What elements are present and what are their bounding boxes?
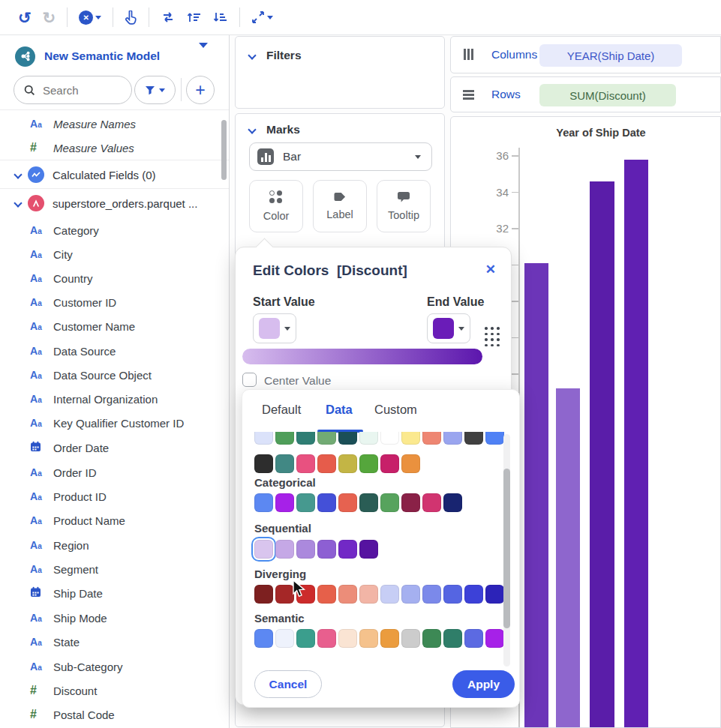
field-row[interactable]: AaKey Qualifier Customer ID xyxy=(0,412,221,434)
color-swatch[interactable] xyxy=(338,454,357,473)
color-swatch[interactable] xyxy=(254,454,273,473)
field-measure-names[interactable]: Aa Measure Names xyxy=(0,112,221,135)
color-swatch[interactable] xyxy=(380,629,399,648)
color-swatch[interactable] xyxy=(443,585,462,604)
field-row[interactable]: AaData Source xyxy=(0,340,221,362)
color-swatch[interactable] xyxy=(254,493,273,512)
color-swatch[interactable] xyxy=(317,454,336,473)
color-swatch[interactable] xyxy=(401,629,420,648)
color-swatch[interactable] xyxy=(401,585,420,604)
color-swatch-selected[interactable] xyxy=(254,540,273,559)
color-swatch[interactable] xyxy=(338,493,357,512)
field-row[interactable]: AaSegment xyxy=(0,558,221,580)
cancel-button[interactable]: Cancel xyxy=(254,670,322,698)
search-input[interactable] xyxy=(41,83,116,97)
color-swatch[interactable] xyxy=(401,493,420,512)
color-button[interactable]: Color xyxy=(249,180,303,232)
color-swatch[interactable] xyxy=(338,629,357,648)
sidebar-scrollbar[interactable] xyxy=(221,120,227,180)
undo-icon[interactable]: ↺ xyxy=(18,10,32,25)
color-swatch[interactable] xyxy=(359,432,378,445)
color-swatch[interactable] xyxy=(422,629,441,648)
bar-mark-3[interactable] xyxy=(590,181,614,727)
color-swatch[interactable] xyxy=(317,432,336,445)
color-swatch[interactable] xyxy=(380,454,399,473)
bar-mark-1[interactable] xyxy=(524,263,548,727)
clear-selection-icon[interactable]: ✕ xyxy=(79,10,101,25)
color-swatch[interactable] xyxy=(275,432,294,445)
group-data-source[interactable]: superstore_orders.parquet ... xyxy=(0,192,221,214)
filter-button[interactable] xyxy=(134,76,176,104)
tab-data[interactable]: Data xyxy=(326,403,353,417)
color-swatch[interactable] xyxy=(296,454,315,473)
apply-button[interactable]: Apply xyxy=(452,670,515,698)
chevron-down-icon[interactable] xyxy=(248,51,256,59)
color-swatch[interactable] xyxy=(317,493,336,512)
field-row[interactable]: AaCategory xyxy=(0,219,221,241)
field-row[interactable]: AaCountry xyxy=(0,267,221,289)
highlight-icon[interactable] xyxy=(125,10,137,25)
color-swatch[interactable] xyxy=(275,493,294,512)
field-measure-values[interactable]: # Measure Values xyxy=(0,136,221,159)
bar-mark-4[interactable] xyxy=(624,160,648,727)
semantic-model-header[interactable]: New Semantic Model xyxy=(0,45,229,67)
color-swatch[interactable] xyxy=(380,493,399,512)
field-row[interactable]: AaRegion xyxy=(0,534,221,556)
columns-pill[interactable]: YEAR(Ship Date) xyxy=(539,44,682,67)
color-swatch[interactable] xyxy=(317,585,336,604)
color-swatch[interactable] xyxy=(485,432,504,445)
color-swatch[interactable] xyxy=(275,454,294,473)
field-row[interactable]: Ship Date xyxy=(0,582,221,604)
color-swatch[interactable] xyxy=(422,432,441,445)
color-swatch[interactable] xyxy=(317,540,336,559)
drag-handle-icon[interactable] xyxy=(485,327,500,346)
field-row[interactable]: AaOrder ID xyxy=(0,461,221,484)
field-row[interactable]: AaCustomer Name xyxy=(0,315,221,337)
color-swatch[interactable] xyxy=(485,585,504,604)
redo-icon[interactable]: ↻ xyxy=(43,10,56,25)
color-swatch[interactable] xyxy=(359,493,378,512)
color-swatch[interactable] xyxy=(296,432,315,445)
start-color-dropdown[interactable] xyxy=(253,313,296,343)
field-row[interactable]: #Postal Code xyxy=(0,703,221,726)
color-swatch[interactable] xyxy=(296,493,315,512)
chevron-down-icon[interactable] xyxy=(248,125,256,133)
chevron-down-icon[interactable] xyxy=(14,199,22,207)
color-swatch[interactable] xyxy=(275,540,294,559)
color-swatch[interactable] xyxy=(485,629,504,648)
color-swatch[interactable] xyxy=(401,454,420,473)
group-calculated-fields[interactable]: Calculated Fields (0) xyxy=(0,163,221,186)
color-swatch[interactable] xyxy=(380,432,399,445)
color-swatch[interactable] xyxy=(254,629,273,648)
tab-custom[interactable]: Custom xyxy=(374,403,417,417)
swap-axes-icon[interactable] xyxy=(161,10,176,24)
marks-header[interactable]: Marks xyxy=(249,123,300,136)
field-row[interactable]: AaSub-Category xyxy=(0,655,221,678)
mark-type-dropdown[interactable]: Bar xyxy=(249,142,432,171)
search-box[interactable] xyxy=(14,76,132,104)
color-swatch[interactable] xyxy=(443,629,462,648)
field-row[interactable]: AaCustomer ID xyxy=(0,291,221,313)
color-swatch[interactable] xyxy=(359,629,378,648)
field-row[interactable]: Order Date xyxy=(0,436,221,459)
color-swatch[interactable] xyxy=(338,432,357,445)
chevron-down-icon[interactable] xyxy=(14,170,22,178)
color-swatch[interactable] xyxy=(317,629,336,648)
color-swatch[interactable] xyxy=(464,432,483,445)
fit-icon[interactable] xyxy=(251,10,273,24)
color-swatch[interactable] xyxy=(359,540,378,559)
field-row[interactable]: AaData Source Object xyxy=(0,364,221,386)
color-swatch[interactable] xyxy=(338,585,357,604)
filters-header[interactable]: Filters xyxy=(249,49,302,62)
sort-descending-icon[interactable] xyxy=(213,11,228,23)
color-swatch[interactable] xyxy=(380,585,399,604)
color-swatch[interactable] xyxy=(422,493,441,512)
model-dropdown-caret[interactable] xyxy=(199,43,208,48)
field-row[interactable]: #Discount xyxy=(0,679,221,702)
color-swatch[interactable] xyxy=(443,493,462,512)
color-swatch[interactable] xyxy=(359,454,378,473)
color-swatch[interactable] xyxy=(464,629,483,648)
close-icon[interactable]: ✕ xyxy=(485,262,496,277)
popup-scrollbar-thumb[interactable] xyxy=(503,469,510,628)
color-swatch[interactable] xyxy=(401,432,420,445)
